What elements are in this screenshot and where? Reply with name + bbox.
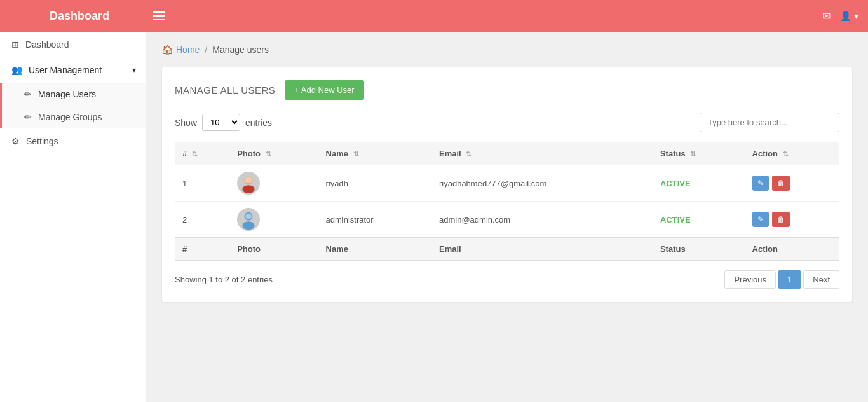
cell-action: ✎ 🗑: [745, 202, 839, 238]
layout: ⊞ Dashboard 👥 User Management ▾ ✏ Manage…: [0, 32, 868, 402]
col-header-photo[interactable]: Photo ⇅: [229, 142, 318, 165]
col-header-email[interactable]: Email ⇅: [431, 142, 653, 165]
navbar-brand: Dashboard: [10, 10, 149, 23]
footer-col-photo: Photo: [229, 238, 318, 261]
home-icon: 🏠: [162, 45, 173, 55]
cell-status: ACTIVE: [653, 165, 745, 202]
sidebar-item-settings[interactable]: ⚙ Settings: [0, 128, 146, 154]
navbar: Dashboard ✉ 👤 ▾: [0, 0, 868, 32]
cell-status: ACTIVE: [653, 202, 745, 238]
cell-photo: [229, 202, 318, 238]
svg-point-5: [245, 213, 252, 219]
col-header-status[interactable]: Status ⇅: [653, 142, 745, 165]
entries-select[interactable]: 10 25 50 100: [202, 114, 240, 131]
cell-photo: [229, 165, 318, 202]
sidebar-dashboard-label: Dashboard: [25, 39, 69, 50]
previous-button[interactable]: Previous: [724, 270, 776, 289]
sidebar-submenu: ✏ Manage Users ✏ Manage Groups: [0, 83, 146, 128]
user-icon: 👤: [840, 11, 851, 21]
user-menu-button[interactable]: 👤 ▾: [840, 11, 858, 21]
sidebar-settings-label: Settings: [26, 136, 58, 146]
pagination-info: Showing 1 to 2 of 2 entries: [175, 275, 273, 284]
breadcrumb: 🏠 Home / Manage users: [162, 45, 852, 55]
entries-label: entries: [245, 118, 272, 128]
footer-col-action: Action: [745, 238, 839, 261]
sidebar-user-management-label: User Management: [29, 65, 102, 75]
users-table: # ⇅ Photo ⇅ Name ⇅ Email ⇅ Status ⇅ Acti…: [175, 142, 839, 261]
sidebar-item-dashboard[interactable]: ⊞ Dashboard: [0, 32, 146, 57]
sidebar-manage-groups-label: Manage Groups: [38, 112, 102, 122]
main-content: 🏠 Home / Manage users MANAGE ALL USERS +…: [146, 32, 868, 402]
search-input[interactable]: [700, 113, 839, 132]
menu-toggle-button[interactable]: [149, 8, 168, 24]
page-1-button[interactable]: 1: [778, 270, 801, 289]
sidebar: ⊞ Dashboard 👥 User Management ▾ ✏ Manage…: [0, 32, 146, 402]
show-entries-control: Show 10 25 50 100 entries: [175, 114, 272, 131]
pagination: Previous 1 Next: [724, 270, 839, 289]
manage-users-icon: ✏: [24, 89, 32, 99]
chevron-down-icon: ▾: [132, 66, 136, 74]
cell-action: ✎ 🗑: [745, 165, 839, 202]
manage-users-card: MANAGE ALL USERS + Add New User Show 10 …: [162, 67, 852, 302]
edit-button[interactable]: ✎: [752, 176, 769, 191]
action-buttons: ✎ 🗑: [752, 176, 832, 191]
col-header-action[interactable]: Action ⇅: [745, 142, 839, 165]
settings-icon: ⚙: [11, 136, 20, 146]
sidebar-item-manage-groups[interactable]: ✏ Manage Groups: [2, 106, 146, 128]
cell-email: admin@admin.com: [431, 202, 653, 238]
table-controls: Show 10 25 50 100 entries: [175, 113, 839, 132]
breadcrumb-current: Manage users: [212, 45, 269, 55]
footer-col-status: Status: [653, 238, 745, 261]
next-button[interactable]: Next: [803, 270, 839, 289]
table-row: 1 riyadh riyadhahmed777@gmail.com ACTIVE…: [175, 165, 839, 202]
delete-button[interactable]: 🗑: [772, 212, 790, 227]
col-header-name[interactable]: Name ⇅: [318, 142, 431, 165]
table-row: 2 administrator admin@admin.com ACTIVE ✎…: [175, 202, 839, 238]
svg-point-4: [243, 221, 255, 230]
svg-point-2: [245, 177, 252, 183]
footer-col-email: Email: [431, 238, 653, 261]
breadcrumb-home-label: Home: [176, 45, 200, 55]
sidebar-item-manage-users[interactable]: ✏ Manage Users: [2, 83, 146, 106]
col-header-id[interactable]: # ⇅: [175, 142, 229, 165]
cell-email: riyadhahmed777@gmail.com: [431, 165, 653, 202]
footer-col-name: Name: [318, 238, 431, 261]
sidebar-item-user-management[interactable]: 👥 User Management ▾: [0, 57, 146, 83]
card-header: MANAGE ALL USERS + Add New User: [175, 80, 839, 100]
card-title: MANAGE ALL USERS: [175, 85, 275, 95]
cell-name: administrator: [318, 202, 431, 238]
mail-icon[interactable]: ✉: [822, 10, 831, 22]
user-avatar: [237, 172, 260, 195]
user-avatar: [237, 208, 260, 231]
action-buttons: ✎ 🗑: [752, 212, 832, 227]
dashboard-icon: ⊞: [11, 39, 19, 50]
breadcrumb-home-link[interactable]: 🏠 Home: [162, 45, 200, 55]
sidebar-manage-users-label: Manage Users: [38, 89, 96, 99]
status-badge: ACTIVE: [660, 179, 691, 188]
delete-button[interactable]: 🗑: [772, 176, 790, 191]
svg-point-1: [243, 185, 255, 193]
cell-name: riyadh: [318, 165, 431, 202]
manage-groups-icon: ✏: [24, 112, 32, 122]
breadcrumb-separator: /: [205, 45, 207, 55]
user-chevron-icon: ▾: [854, 11, 858, 21]
navbar-right: ✉ 👤 ▾: [822, 10, 858, 22]
footer-col-id: #: [175, 238, 229, 261]
cell-id: 2: [175, 202, 229, 238]
cell-id: 1: [175, 165, 229, 202]
status-badge: ACTIVE: [660, 215, 691, 225]
edit-button[interactable]: ✎: [752, 212, 769, 227]
show-label: Show: [175, 118, 197, 128]
users-icon: 👥: [11, 65, 22, 75]
pagination-row: Showing 1 to 2 of 2 entries Previous 1 N…: [175, 270, 839, 289]
add-new-user-button[interactable]: + Add New User: [285, 80, 363, 100]
